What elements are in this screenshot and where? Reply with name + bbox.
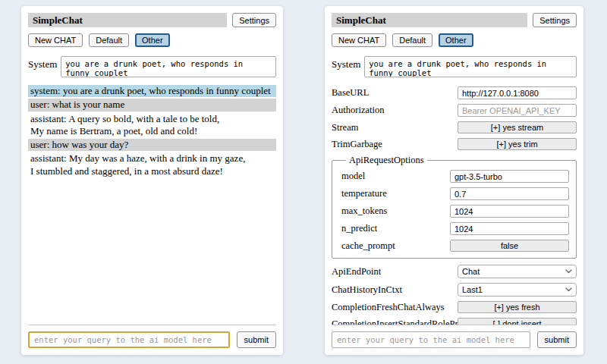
n-predict-input[interactable]: [450, 222, 569, 235]
completion-insert-prefix-label: CompletionInsertStandardRolePrefix: [332, 318, 458, 325]
session-button-default[interactable]: Default: [89, 33, 129, 47]
session-button-other[interactable]: Other: [135, 33, 170, 47]
app-title: SimpleChat: [332, 13, 527, 27]
stream-toggle-button[interactable]: [+] yes stream: [458, 121, 577, 133]
footer-divider: [28, 325, 276, 325]
setting-row-chat-history-in-ctxt: ChatHistoryInCtxt Last1: [332, 283, 577, 297]
setting-row-completion-insert-prefix: CompletionInsertStandardRolePrefix [-] d…: [332, 318, 577, 325]
setting-row-trimgarbage: TrimGarbage [+] yes trim: [332, 138, 577, 150]
query-row: submit: [332, 331, 577, 348]
authorization-input[interactable]: [458, 104, 577, 117]
session-button-other[interactable]: Other: [439, 33, 473, 47]
cache-prompt-label: cache_prompt: [341, 240, 395, 252]
query-footer: submit: [28, 325, 276, 348]
setting-row-stream: Stream [+] yes stream: [332, 121, 577, 133]
header: SimpleChat Settings: [332, 13, 577, 27]
new-chat-button[interactable]: New CHAT: [28, 33, 83, 47]
system-prompt-input[interactable]: you are a drunk poet, who responds in fu…: [364, 56, 577, 77]
completion-fresh-label: CompletionFreshChatAlways: [332, 302, 445, 313]
session-buttons: New CHAT Default Other: [332, 33, 577, 47]
cache-prompt-toggle-button[interactable]: false: [450, 240, 569, 252]
settings-panel: SimpleChat Settings New CHAT Default Oth…: [325, 6, 583, 355]
query-input[interactable]: [28, 331, 230, 348]
max-tokens-input[interactable]: [450, 205, 569, 218]
api-request-options-legend: ApiRequestOptions: [346, 155, 427, 166]
chat-message-assistant: assistant: My day was a haze, with a dri…: [28, 152, 276, 177]
settings-button[interactable]: Settings: [232, 13, 276, 27]
api-request-options-group: ApiRequestOptions model temperature max_…: [332, 155, 577, 259]
chat-history-select[interactable]: Last1: [458, 283, 577, 297]
setting-row-max-tokens: max_tokens: [341, 205, 569, 218]
api-endpoint-label: ApiEndPoint: [332, 266, 381, 278]
system-prompt-row: System you are a drunk poet, who respond…: [28, 56, 276, 77]
stream-label: Stream: [332, 122, 358, 133]
chat-panel: SimpleChat Settings New CHAT Default Oth…: [21, 6, 283, 355]
setting-row-baseurl: BaseURL: [332, 86, 577, 99]
baseurl-input[interactable]: [458, 86, 577, 99]
system-prompt-input[interactable]: you are a drunk poet, who responds in fu…: [61, 56, 276, 77]
settings-button[interactable]: Settings: [533, 13, 577, 27]
chevron-down-icon: [565, 287, 572, 292]
temperature-input[interactable]: [450, 187, 569, 200]
completion-fresh-toggle-button[interactable]: [+] yes fresh: [458, 301, 577, 313]
setting-row-authorization: Authorization: [332, 104, 577, 117]
chat-message-list: system: you are a drunk poet, who respon…: [28, 85, 276, 325]
max-tokens-label: max_tokens: [341, 206, 387, 217]
baseurl-label: BaseURL: [332, 87, 369, 99]
system-label: System: [28, 56, 57, 77]
setting-row-model: model: [341, 170, 569, 183]
submit-button[interactable]: submit: [237, 331, 276, 348]
model-label: model: [341, 171, 365, 182]
header: SimpleChat Settings: [28, 13, 276, 27]
chevron-down-icon: [565, 269, 572, 274]
trimgarbage-toggle-button[interactable]: [+] yes trim: [458, 138, 577, 150]
chat-message-user: user: how was your day?: [28, 139, 276, 151]
setting-row-n-predict: n_predict: [341, 222, 569, 235]
submit-button[interactable]: submit: [537, 331, 577, 348]
api-endpoint-select[interactable]: Chat: [458, 265, 577, 278]
completion-insert-prefix-toggle-button[interactable]: [-] dont insert: [458, 318, 577, 325]
api-endpoint-selected-value: Chat: [462, 267, 480, 276]
setting-row-temperature: temperature: [341, 187, 569, 200]
temperature-label: temperature: [341, 188, 387, 199]
setting-row-cache-prompt: cache_prompt false: [341, 240, 569, 252]
system-prompt-row: System you are a drunk poet, who respond…: [332, 56, 577, 77]
chat-history-label: ChatHistoryInCtxt: [332, 284, 402, 296]
model-input[interactable]: [450, 170, 569, 183]
query-footer: submit: [332, 325, 577, 348]
trimgarbage-label: TrimGarbage: [332, 139, 382, 150]
query-row: submit: [28, 331, 276, 348]
setting-row-completion-fresh: CompletionFreshChatAlways [+] yes fresh: [332, 301, 577, 313]
new-chat-button[interactable]: New CHAT: [332, 33, 386, 47]
app-title: SimpleChat: [28, 13, 227, 27]
n-predict-label: n_predict: [341, 223, 377, 234]
query-input[interactable]: [332, 331, 530, 348]
chat-message-assistant: assistant: A query so bold, with a tale …: [28, 113, 276, 138]
footer-divider: [332, 325, 577, 325]
session-buttons: New CHAT Default Other: [28, 33, 276, 47]
session-button-default[interactable]: Default: [392, 33, 432, 47]
authorization-label: Authorization: [332, 105, 384, 116]
chat-message-user: user: what is your name: [28, 99, 276, 111]
settings-form: BaseURL Authorization Stream [+] yes str…: [332, 86, 577, 325]
setting-row-api-endpoint: ApiEndPoint Chat: [332, 265, 577, 278]
system-label: System: [332, 56, 360, 77]
chat-message-system: system: you are a drunk poet, who respon…: [28, 85, 276, 97]
chat-history-selected-value: Last1: [462, 285, 483, 294]
